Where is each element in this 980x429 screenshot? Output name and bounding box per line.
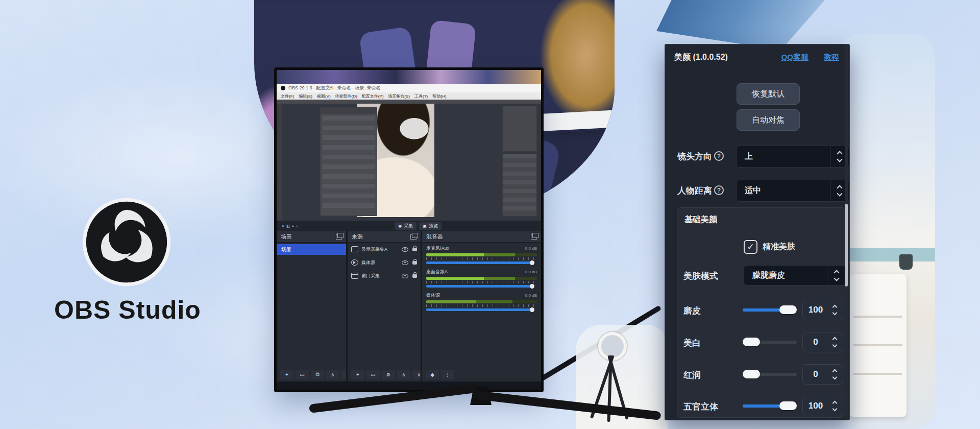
menu-tools[interactable]: 工具(T) bbox=[414, 93, 428, 99]
obs-docks: 场景 场景 + ▭ ⧉ ∧ ∨ bbox=[277, 231, 541, 382]
desktop-wallpaper bbox=[277, 70, 541, 84]
menu-file[interactable]: 文件(F) bbox=[281, 93, 294, 99]
brand-name: OBS Studio bbox=[36, 295, 219, 325]
restore-defaults-button[interactable]: 恢复默认 bbox=[737, 83, 800, 105]
mixer-title: 混音器 bbox=[426, 233, 531, 241]
precise-skin-checkbox[interactable]: ✓ bbox=[744, 240, 757, 254]
shelf bbox=[849, 274, 906, 417]
check-icon: ✓ bbox=[747, 243, 754, 251]
slider-track[interactable] bbox=[743, 308, 797, 312]
dock-options-icon[interactable] bbox=[410, 234, 416, 240]
db-readout: 0.0 dB bbox=[525, 246, 537, 251]
slider-track[interactable] bbox=[743, 341, 797, 344]
slider-handle[interactable] bbox=[779, 305, 797, 314]
qq-support-link[interactable]: QQ客服 bbox=[781, 53, 808, 62]
volume-slider[interactable] bbox=[426, 285, 533, 288]
increment-icon[interactable] bbox=[832, 305, 837, 310]
obs-window-title: OBS 29.1.3 - 配置文件: 未命名 - 场景: 未命名 bbox=[288, 85, 381, 91]
slider-handle[interactable] bbox=[743, 338, 760, 346]
db-readout: 0.0 dB bbox=[525, 293, 537, 298]
subject-distance-label: 人物距离 bbox=[677, 185, 712, 197]
obs-logo-icon bbox=[82, 197, 172, 287]
decrement-icon[interactable] bbox=[832, 311, 837, 316]
promo-canvas: OBS Studio OBS 29.1.3 - 配置文件: 未命名 - 场景: … bbox=[0, 0, 980, 429]
visibility-icon[interactable] bbox=[402, 260, 408, 265]
menu-scene-collection[interactable]: 场景集合(S) bbox=[388, 93, 410, 99]
smoothing-slider-row: 磨皮 100 bbox=[677, 300, 845, 321]
whitening-slider-row: 美白 0 bbox=[677, 332, 845, 353]
increment-icon[interactable] bbox=[832, 401, 837, 406]
volume-slider[interactable] bbox=[426, 261, 533, 264]
remove-source-button[interactable]: ▭ bbox=[366, 370, 380, 379]
increment-icon[interactable] bbox=[832, 337, 837, 342]
scene-down-button[interactable]: ∨ bbox=[341, 370, 346, 379]
monitor-screen: OBS 29.1.3 - 配置文件: 未命名 - 场景: 未命名 文件(F) 编… bbox=[277, 70, 541, 390]
obs-window-icon bbox=[281, 86, 285, 90]
lock-icon[interactable] bbox=[412, 248, 417, 251]
help-icon[interactable]: ? bbox=[714, 185, 724, 195]
dock-options-icon[interactable] bbox=[531, 234, 537, 240]
tab-capture[interactable]: ◉ 采集 bbox=[395, 222, 416, 230]
dock-options-icon[interactable] bbox=[336, 234, 342, 240]
visibility-icon[interactable] bbox=[402, 274, 408, 278]
mixer-menu-button[interactable]: ⋮ bbox=[441, 370, 454, 379]
photoshop-side-panel bbox=[502, 154, 537, 216]
chevron-updown-icon[interactable] bbox=[827, 266, 846, 285]
lock-icon[interactable] bbox=[412, 274, 417, 278]
help-icon[interactable]: ? bbox=[714, 151, 724, 161]
mixer-channel: 媒体源 0.0 dB bbox=[422, 290, 541, 313]
photoshop-toolstrip bbox=[277, 104, 282, 221]
menu-edit[interactable]: 编辑(E) bbox=[299, 93, 312, 99]
tutorial-link[interactable]: 教程 bbox=[824, 53, 839, 62]
scenes-title: 场景 bbox=[281, 233, 336, 241]
source-up-button[interactable]: ∧ bbox=[397, 370, 410, 379]
auto-focus-button[interactable]: 自动对焦 bbox=[737, 109, 800, 131]
mixer-config-button[interactable]: ◆ bbox=[426, 370, 439, 379]
camera-direction-select[interactable]: 上 bbox=[736, 146, 849, 168]
menu-profile[interactable]: 配置文件(P) bbox=[362, 93, 384, 99]
scrollbar-thumb[interactable] bbox=[845, 204, 848, 287]
scene-list-item-selected[interactable]: 场景 bbox=[277, 244, 346, 255]
decrement-icon[interactable] bbox=[832, 407, 837, 412]
value-spinner[interactable]: 100 bbox=[802, 396, 843, 416]
remove-scene-button[interactable]: ▭ bbox=[296, 370, 309, 379]
obs-dock-toolbar: ●◧▸▪ ◉ 采集 ▣ 预览 bbox=[277, 221, 541, 231]
volume-slider[interactable] bbox=[426, 308, 533, 311]
photoshop-layers-panel bbox=[320, 107, 377, 216]
add-scene-button[interactable]: + bbox=[280, 370, 293, 379]
skin-mode-label: 美肤模式 bbox=[683, 270, 718, 282]
increment-icon[interactable] bbox=[832, 369, 837, 374]
source-row[interactable]: 媒体源 bbox=[348, 256, 421, 269]
value-spinner[interactable]: 0 bbox=[802, 364, 843, 385]
decrement-icon[interactable] bbox=[832, 343, 837, 348]
scene-filters-button[interactable]: ⧉ bbox=[311, 370, 324, 379]
basic-beauty-section: 基础美颜 ✓ 精准美肤 美肤模式 朦胧磨皮 磨皮 100 美白 bbox=[677, 207, 846, 418]
source-properties-button[interactable]: ⚙ bbox=[382, 370, 395, 379]
menu-view[interactable]: 视图(V) bbox=[317, 93, 331, 99]
slider-handle[interactable] bbox=[743, 370, 760, 378]
slider-track[interactable] bbox=[743, 404, 797, 408]
decrement-icon[interactable] bbox=[832, 375, 837, 380]
volume-meter bbox=[426, 277, 537, 280]
value-spinner[interactable]: 100 bbox=[802, 300, 843, 320]
menu-help[interactable]: 帮助(H) bbox=[432, 93, 446, 99]
camera-direction-label: 镜头方向 bbox=[677, 151, 712, 162]
menu-docks[interactable]: 停靠部件(D) bbox=[335, 93, 357, 99]
rosy-slider-row: 红润 0 bbox=[677, 364, 845, 386]
source-down-button[interactable]: ∨ bbox=[412, 370, 421, 379]
skin-mode-select[interactable]: 朦胧磨皮 bbox=[744, 265, 846, 285]
source-row[interactable]: 窗口采集 bbox=[348, 269, 421, 282]
slider-track[interactable] bbox=[743, 373, 797, 376]
source-row[interactable]: 显示器采集A bbox=[348, 243, 421, 256]
obs-menubar: 文件(F) 编辑(E) 视图(V) 停靠部件(D) 配置文件(P) 场景集合(S… bbox=[277, 92, 541, 100]
add-source-button[interactable]: + bbox=[351, 370, 364, 379]
visibility-icon[interactable] bbox=[402, 247, 408, 252]
subject-distance-select[interactable]: 适中 bbox=[736, 180, 849, 202]
tab-preview[interactable]: ▣ 预览 bbox=[419, 222, 442, 230]
slider-handle[interactable] bbox=[779, 401, 797, 410]
scenes-toolbar: + ▭ ⧉ ∧ ∨ bbox=[277, 367, 346, 382]
value-spinner[interactable]: 0 bbox=[802, 332, 843, 352]
scene-up-button[interactable]: ∧ bbox=[326, 370, 339, 379]
lock-icon[interactable] bbox=[412, 261, 417, 265]
audio-mixer-dock: 混音器 麦克风/Aux 0.0 dB bbox=[422, 231, 541, 382]
